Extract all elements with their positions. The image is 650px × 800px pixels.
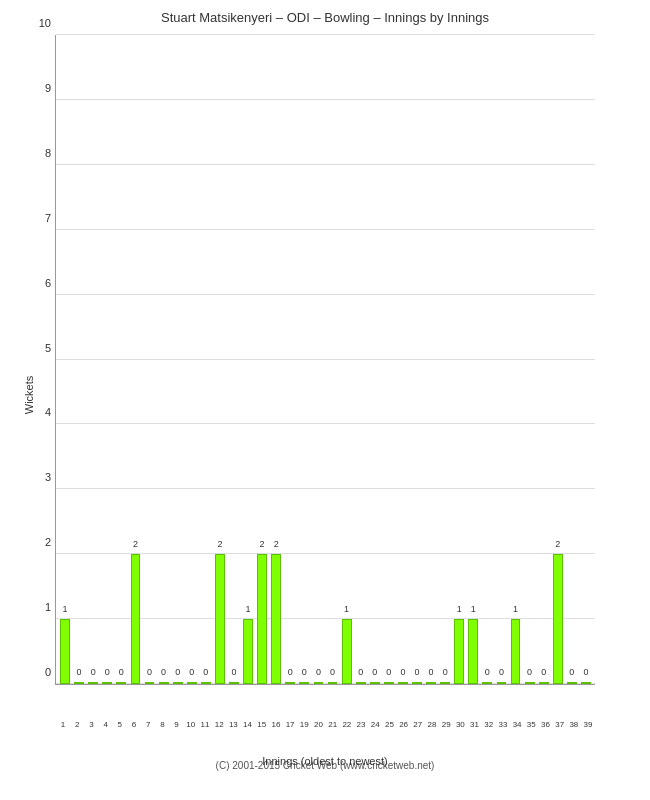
bar-value-label: 1 xyxy=(457,604,462,614)
bar: 1 xyxy=(243,619,253,684)
bar-value-label: 0 xyxy=(358,667,363,677)
bar-value-label: 0 xyxy=(231,667,236,677)
chart-area: 0123456789101000020000020122000010000000… xyxy=(55,35,595,685)
bar-group: 0 xyxy=(494,35,508,684)
y-axis-label: 5 xyxy=(45,342,51,354)
x-tick-label: 35 xyxy=(524,720,538,729)
bar: 0 xyxy=(440,682,450,684)
bar: 0 xyxy=(384,682,394,684)
bar-group: 0 xyxy=(72,35,86,684)
bar: 0 xyxy=(370,682,380,684)
x-tick-label: 38 xyxy=(567,720,581,729)
bar-value-label: 0 xyxy=(91,667,96,677)
x-tick-label: 12 xyxy=(212,720,226,729)
y-axis-label: 2 xyxy=(45,536,51,548)
bar-group: 0 xyxy=(396,35,410,684)
bar: 1 xyxy=(468,619,478,684)
y-axis-title: Wickets xyxy=(23,376,35,415)
bar: 0 xyxy=(299,682,309,684)
x-tick-label: 11 xyxy=(198,720,212,729)
bars-container: 10000200000201220000100000001100100200 xyxy=(56,35,595,684)
bar: 2 xyxy=(553,554,563,684)
bar-group: 1 xyxy=(466,35,480,684)
bar-group: 0 xyxy=(354,35,368,684)
x-tick-label: 30 xyxy=(453,720,467,729)
bar: 0 xyxy=(285,682,295,684)
bar-value-label: 0 xyxy=(429,667,434,677)
bar-group: 0 xyxy=(523,35,537,684)
bar-value-label: 1 xyxy=(471,604,476,614)
bar-value-label: 0 xyxy=(119,667,124,677)
x-tick-label: 15 xyxy=(255,720,269,729)
bar-group: 0 xyxy=(410,35,424,684)
y-axis-label: 9 xyxy=(45,82,51,94)
y-axis-label: 8 xyxy=(45,147,51,159)
bar: 0 xyxy=(356,682,366,684)
bar: 0 xyxy=(398,682,408,684)
x-tick-label: 5 xyxy=(113,720,127,729)
bar-value-label: 2 xyxy=(217,539,222,549)
bar: 1 xyxy=(454,619,464,684)
bar: 0 xyxy=(482,682,492,684)
bar-value-label: 0 xyxy=(569,667,574,677)
bar-value-label: 0 xyxy=(189,667,194,677)
y-axis-label: 10 xyxy=(39,17,51,29)
x-tick-label: 39 xyxy=(581,720,595,729)
bar-group: 2 xyxy=(551,35,565,684)
bar: 1 xyxy=(342,619,352,684)
bar-group: 0 xyxy=(142,35,156,684)
bar-value-label: 0 xyxy=(147,667,152,677)
bar: 0 xyxy=(412,682,422,684)
bar: 0 xyxy=(525,682,535,684)
x-tick-label: 22 xyxy=(340,720,354,729)
bar-group: 2 xyxy=(255,35,269,684)
y-axis-label: 7 xyxy=(45,212,51,224)
bar-value-label: 0 xyxy=(541,667,546,677)
bar-value-label: 0 xyxy=(288,667,293,677)
x-tick-label: 8 xyxy=(155,720,169,729)
chart-container: Stuart Matsikenyeri – ODI – Bowling – In… xyxy=(0,0,650,800)
bar: 0 xyxy=(74,682,84,684)
bar-value-label: 0 xyxy=(203,667,208,677)
y-axis-label: 4 xyxy=(45,406,51,418)
bar-value-label: 0 xyxy=(175,667,180,677)
bar-group: 0 xyxy=(537,35,551,684)
bar-group: 0 xyxy=(424,35,438,684)
bar: 2 xyxy=(131,554,141,684)
bar-value-label: 1 xyxy=(513,604,518,614)
bar-group: 0 xyxy=(171,35,185,684)
bar-value-label: 0 xyxy=(330,667,335,677)
bar-group: 0 xyxy=(480,35,494,684)
bar: 0 xyxy=(581,682,591,684)
bar: 0 xyxy=(187,682,197,684)
y-axis-label: 6 xyxy=(45,277,51,289)
x-tick-label: 27 xyxy=(411,720,425,729)
bar-value-label: 0 xyxy=(527,667,532,677)
bar-group: 1 xyxy=(452,35,466,684)
bar-group: 0 xyxy=(579,35,593,684)
x-tick-label: 26 xyxy=(397,720,411,729)
bar: 2 xyxy=(271,554,281,684)
x-tick-label: 37 xyxy=(553,720,567,729)
x-tick-label: 20 xyxy=(311,720,325,729)
y-axis-label: 0 xyxy=(45,666,51,678)
bar-value-label: 0 xyxy=(105,667,110,677)
bar: 0 xyxy=(539,682,549,684)
x-tick-label: 24 xyxy=(368,720,382,729)
bar-value-label: 0 xyxy=(77,667,82,677)
bar-group: 1 xyxy=(58,35,72,684)
x-tick-label: 10 xyxy=(184,720,198,729)
bar-value-label: 2 xyxy=(555,539,560,549)
bar-group: 0 xyxy=(157,35,171,684)
bar: 0 xyxy=(497,682,507,684)
bar-value-label: 0 xyxy=(485,667,490,677)
x-tick-label: 19 xyxy=(297,720,311,729)
bar-group: 0 xyxy=(86,35,100,684)
bar-value-label: 0 xyxy=(499,667,504,677)
bar-value-label: 0 xyxy=(316,667,321,677)
bar-value-label: 2 xyxy=(133,539,138,549)
bar-group: 0 xyxy=(368,35,382,684)
bar-value-label: 2 xyxy=(274,539,279,549)
bar-group: 0 xyxy=(100,35,114,684)
bar-group: 2 xyxy=(128,35,142,684)
